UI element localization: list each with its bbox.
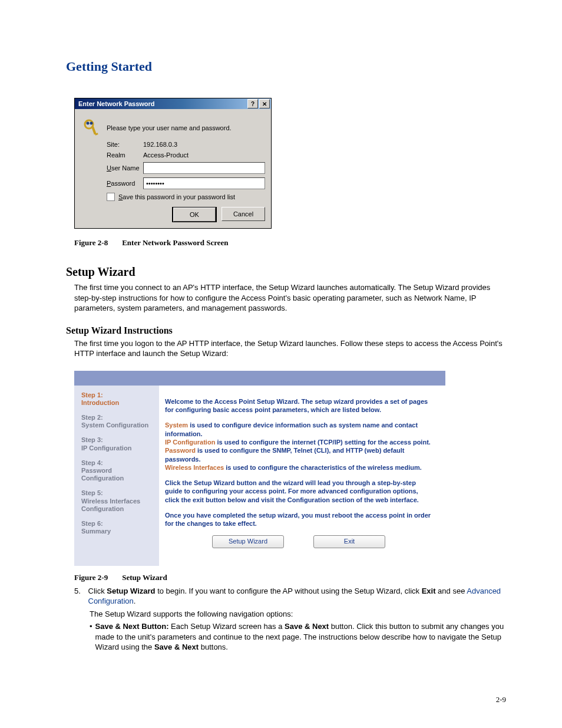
site-label: Site: (107, 141, 143, 148)
wizard-step-2[interactable]: Step 2:System Configuration (81, 414, 152, 429)
wizard-step-1[interactable]: Step 1:Introduction (81, 391, 152, 407)
setup-wizard-screenshot: Step 1:Introduction Step 2:System Config… (74, 371, 445, 566)
dialog-title-text: Enter Network Password (78, 100, 155, 107)
wizard-step-6[interactable]: Step 6:Summary (81, 520, 152, 535)
dialog-titlebar: Enter Network Password ? ✕ (75, 98, 271, 109)
password-input[interactable] (143, 177, 265, 189)
wizard-step-4[interactable]: Step 4:Password Configuration (81, 459, 152, 483)
dialog-prompt: Please type your user name and password. (107, 124, 232, 131)
svg-point-2 (90, 122, 93, 125)
save-password-checkbox[interactable] (107, 193, 115, 201)
wizard-welcome: Welcome to the Access Point Setup Wizard… (165, 397, 432, 414)
wizard-banner (74, 371, 445, 386)
wizard-guide: Click the Setup Wizard button and the wi… (165, 479, 432, 504)
wizard-content: Welcome to the Access Point Setup Wizard… (159, 386, 445, 566)
password-label: Password (107, 180, 143, 187)
step-5: 5. Click Setup Wizard to begin. If you w… (74, 586, 506, 607)
figure-2-9-caption: Figure 2-9Setup Wizard (74, 573, 506, 582)
setup-wizard-heading: Setup Wizard (66, 265, 506, 279)
save-password-label: Save this password in your password list (118, 193, 235, 200)
svg-point-1 (87, 122, 90, 125)
setup-wizard-button[interactable]: Setup Wizard (212, 535, 284, 548)
wizard-reboot-note: Once you have completed the setup wizard… (165, 511, 432, 528)
cancel-button[interactable]: Cancel (222, 207, 265, 221)
wizard-step-3[interactable]: Step 3:IP Configuration (81, 436, 152, 452)
setup-wizard-instructions-intro: The first time you logon to the AP HTTP … (74, 338, 506, 359)
wizard-sidebar: Step 1:Introduction Step 2:System Config… (74, 386, 159, 566)
setup-wizard-instructions-heading: Setup Wizard Instructions (66, 325, 506, 336)
site-value: 192.168.0.3 (143, 141, 177, 148)
realm-label: Realm (107, 151, 143, 159)
setup-wizard-intro: The first time you connect to an AP's HT… (74, 282, 506, 314)
key-icon (83, 118, 102, 137)
page-title: Getting Started (66, 59, 506, 74)
wizard-step-5[interactable]: Step 5:Wireless Interfaces Configuration (81, 489, 152, 513)
nav-options-intro: The Setup Wizard supports the following … (90, 609, 506, 620)
exit-button[interactable]: Exit (313, 535, 385, 548)
realm-value: Access-Product (143, 151, 189, 159)
username-input[interactable] (143, 162, 265, 174)
figure-2-8-caption: Figure 2-8Enter Network Password Screen (74, 238, 506, 248)
help-icon[interactable]: ? (247, 99, 258, 108)
save-next-bullet: • Save & Next Button: Each Setup Wizard … (90, 621, 506, 653)
wizard-definitions: System is used to configure device infor… (165, 421, 432, 472)
username-label: User Name (107, 164, 143, 172)
ok-button[interactable]: OK (172, 207, 217, 222)
password-dialog: Enter Network Password ? ✕ Please type y… (74, 98, 272, 229)
close-icon[interactable]: ✕ (259, 99, 270, 108)
page-number: 2-9 (496, 695, 506, 704)
svg-rect-3 (91, 126, 97, 135)
